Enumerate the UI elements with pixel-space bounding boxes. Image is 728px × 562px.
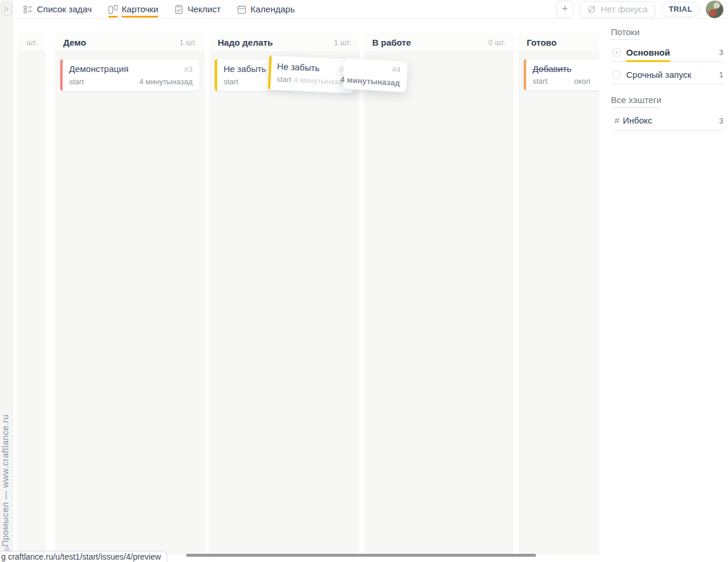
column-count: 1 шт. [180,38,197,47]
brand-vertical-text: Промысел — www.craftlance.ru [0,414,13,547]
column-count: 1 шт. [334,38,351,47]
add-button[interactable]: + [556,1,574,18]
task-card[interactable]: Добавить start окол [523,59,599,91]
left-rail: Промысел — www.craftlance.ru [0,0,13,562]
column-count: шт. [26,38,37,47]
stream-count: 3 [719,48,723,57]
stream-item-main[interactable]: Основной 3 [612,47,723,62]
card-assignee: start [69,77,84,86]
column-title: В работе [372,37,411,47]
focus-button-label: Нет фокуса [600,4,647,14]
hashtag-item-inbox[interactable]: # Инбокс 3 [614,115,723,131]
column-done: Готово Добавить start окол [518,33,599,555]
panel-toggle-icon [3,5,10,13]
topbar-right: + Нет фокуса TRIAL [556,1,723,18]
column-todo: Надо делать 1 шт. Не забыть #4 start 4 м… [210,33,359,555]
column-in-progress: В работе 0 шт. [364,33,514,555]
list-icon [23,5,33,13]
card-accent [215,59,217,91]
sidebar-toggle-button[interactable] [1,2,12,16]
link-preview-statusbar: g craftlance.ru/u/test1/start/issues/4/p… [0,551,167,562]
card-accent [268,56,272,90]
kanban-icon [108,5,118,14]
hashtag-label: Инбокс [623,115,652,125]
card-accent [524,59,526,90]
card-title: Не забыть [277,61,320,73]
hash-icon: # [614,115,619,125]
tab-label: Список задач [37,4,92,14]
focus-button[interactable]: Нет фокуса [579,1,655,18]
horizontal-scrollbar[interactable] [186,554,536,557]
right-sidebar: Потоки Основной 3 Срочный запуск 1 Все х… [599,27,724,131]
topbar: Список задач Карточки Чеклист [13,0,728,19]
tab-checklist[interactable]: Чеклист [174,0,221,19]
checklist-icon [174,5,183,14]
tab-label: Чеклист [187,4,221,14]
calendar-icon [237,5,246,14]
card-title: Демонстрация [69,64,129,74]
card-time: окол [574,77,590,85]
task-card[interactable]: Демонстрация #3 start 4 минутыназад [60,59,200,91]
tab-label: Календарь [250,4,295,14]
card-accent [60,59,63,91]
column-title: Надо делать [218,37,273,47]
column-demo: Демо 1 шт. Демонстрация #3 start 4 минут… [55,33,205,555]
stream-item-urgent[interactable]: Срочный запуск 1 [612,70,723,84]
view-tabs: Список задач Карточки Чеклист [23,0,295,19]
drag-ghost-card: Не забыть #4 start 4 минутыназад [267,55,355,94]
column-title: Демо [63,37,86,47]
stream-label: Основной [626,47,670,57]
avatar[interactable] [706,1,723,18]
card-time: 4 минутыназад [139,77,193,86]
radio-icon [612,48,621,57]
card-title: Не забыть [224,64,266,74]
tab-cards[interactable]: Карточки [108,0,159,19]
streams-header[interactable]: Потоки [611,27,640,40]
column-title: Готово [527,37,557,47]
card-time: 4 минутыназад [340,75,400,87]
kanban-board: шт. Демо 1 шт. Демонстрация #3 start 4 м… [18,33,599,555]
radio-icon [612,70,621,79]
column-partial: шт. [18,33,46,555]
card-time: 4 минутыназад [293,76,347,87]
hashtags-header[interactable]: Все хэштеги [611,95,661,108]
slashed-circle-icon [587,5,596,14]
card-assignee: start [224,77,238,86]
card-title: Добавить [533,64,571,74]
column-count: 0 шт. [489,38,506,47]
trial-badge[interactable]: TRIAL [661,2,700,17]
drag-overlay-card: #4 4 минутыназад [342,57,408,93]
hashtag-count: 3 [719,116,723,125]
tab-label: Карточки [122,4,159,14]
card-id: #4 [392,65,401,74]
card-assignee: start [276,74,291,84]
stream-count: 1 [719,70,723,79]
tab-task-list[interactable]: Список задач [23,0,92,19]
card-assignee: start [533,77,547,85]
tab-calendar[interactable]: Календарь [237,0,295,19]
stream-label: Срочный запуск [626,70,691,80]
card-id: #3 [184,64,193,74]
